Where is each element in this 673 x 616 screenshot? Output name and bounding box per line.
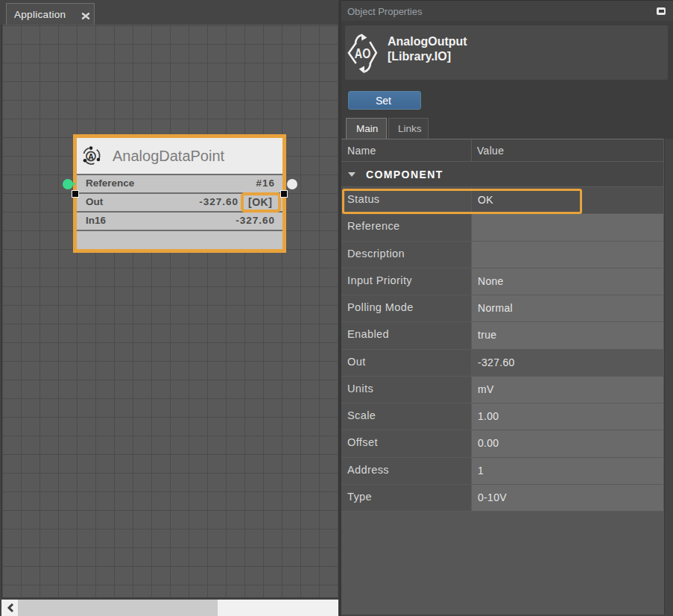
svg-text:A: A [88, 152, 94, 161]
svg-text:AO: AO [355, 45, 371, 61]
